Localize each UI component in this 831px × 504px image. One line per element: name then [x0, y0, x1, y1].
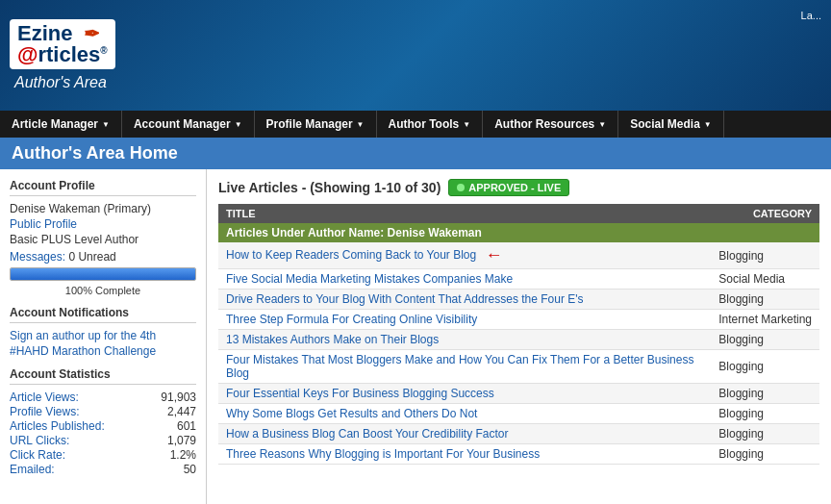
- progress-bar-fill: [11, 268, 195, 280]
- article-title-link[interactable]: Four Essential Keys For Business Bloggin…: [226, 387, 494, 400]
- article-title-cell: How to Keep Readers Coming Back to Your …: [218, 242, 711, 269]
- nav-account-manager[interactable]: Account Manager ▼: [122, 111, 255, 138]
- author-name-cell: Articles Under Author Name: Denise Wakem…: [218, 223, 819, 242]
- table-row: How to Keep Readers Coming Back to Your …: [218, 242, 819, 269]
- page-header: Ezine ✒ @rticles® Author's Area La...: [0, 0, 831, 111]
- notifications-section: Account Notifications Sign an author up …: [10, 306, 196, 358]
- notification-link-2[interactable]: #HAHD Marathon Challenge: [10, 344, 196, 358]
- author-name: Denise Wakeman (Primary): [10, 202, 196, 215]
- article-title-cell: How a Business Blog Can Boost Your Credi…: [218, 424, 711, 444]
- table-row: Drive Readers to Your Blog With Content …: [218, 290, 819, 310]
- logo-box: Ezine ✒ @rticles®: [10, 19, 115, 69]
- article-title-cell: Drive Readers to Your Blog With Content …: [218, 290, 711, 310]
- article-views-value: 91,903: [161, 391, 196, 404]
- account-profile-section: Account Profile Denise Wakeman (Primary)…: [10, 179, 196, 296]
- author-name-row: Articles Under Author Name: Denise Wakem…: [218, 223, 819, 242]
- statistics-title: Account Statistics: [10, 367, 196, 385]
- authors-area-label: Author's Area: [10, 74, 107, 91]
- articles-area: Live Articles - (Showing 1-10 of 30) APP…: [207, 169, 831, 504]
- page-title: Author's Area Home: [0, 138, 831, 169]
- sidebar: Account Profile Denise Wakeman (Primary)…: [0, 169, 207, 504]
- article-title-cell: Four Mistakes That Most Bloggers Make an…: [218, 350, 711, 384]
- table-row: 13 Mistakes Authors Make on Their Blogs …: [218, 330, 819, 350]
- red-arrow-icon: ←: [486, 245, 503, 265]
- article-title-link[interactable]: 13 Mistakes Authors Make on Their Blogs: [226, 333, 439, 346]
- chevron-down-icon: ▼: [357, 120, 365, 129]
- col-title: TITLE: [218, 204, 711, 223]
- article-category-cell: Blogging: [711, 444, 819, 465]
- article-category-cell: Blogging: [711, 384, 819, 404]
- articles-published-link[interactable]: Articles Published:: [10, 419, 105, 433]
- article-title-link[interactable]: Three Reasons Why Blogging is Important …: [226, 447, 540, 461]
- account-profile-title: Account Profile: [10, 179, 196, 196]
- stat-profile-views: Profile Views: 2,447: [10, 405, 196, 418]
- article-category-cell: Blogging: [711, 242, 819, 269]
- progress-label: 100% Complete: [10, 285, 196, 296]
- stat-articles-published: Articles Published: 601: [10, 419, 196, 433]
- click-rate-link[interactable]: Click Rate:: [10, 448, 65, 462]
- article-views-link[interactable]: Article Views:: [10, 391, 79, 404]
- nav-article-manager[interactable]: Article Manager ▼: [0, 111, 122, 138]
- article-title-cell: Three Reasons Why Blogging is Important …: [218, 444, 711, 465]
- click-rate-value: 1.2%: [170, 448, 196, 462]
- table-row: Five Social Media Marketing Mistakes Com…: [218, 269, 819, 290]
- chevron-down-icon: ▼: [704, 120, 712, 129]
- notification-link-1[interactable]: Sign an author up for the 4th: [10, 329, 196, 342]
- nav-bar: Article Manager ▼ Account Manager ▼ Prof…: [0, 111, 831, 138]
- article-title-link[interactable]: Drive Readers to Your Blog With Content …: [226, 292, 584, 306]
- table-row: Three Reasons Why Blogging is Important …: [218, 444, 819, 465]
- article-title-link[interactable]: How a Business Blog Can Boost Your Credi…: [226, 427, 508, 441]
- article-title-cell: 13 Mistakes Authors Make on Their Blogs: [218, 330, 711, 350]
- table-row: How a Business Blog Can Boost Your Credi…: [218, 424, 819, 444]
- chevron-down-icon: ▼: [598, 120, 606, 129]
- nav-profile-manager[interactable]: Profile Manager ▼: [255, 111, 377, 138]
- col-category: CATEGORY: [711, 204, 819, 223]
- emailed-value: 50: [184, 463, 196, 476]
- logo-text: Ezine ✒ @rticles®: [17, 23, 108, 65]
- chevron-down-icon: ▼: [102, 120, 110, 129]
- table-row: Four Essential Keys For Business Bloggin…: [218, 384, 819, 404]
- url-clicks-link[interactable]: URL Clicks:: [10, 434, 69, 447]
- article-title-link[interactable]: Why Some Blogs Get Results and Others Do…: [226, 407, 477, 420]
- article-title-cell: Three Step Formula For Creating Online V…: [218, 310, 711, 330]
- nav-social-media[interactable]: Social Media ▼: [618, 111, 724, 138]
- chevron-down-icon: ▼: [235, 120, 242, 129]
- table-row: Three Step Formula For Creating Online V…: [218, 310, 819, 330]
- article-category-cell: Blogging: [711, 424, 819, 444]
- article-title-link[interactable]: Three Step Formula For Creating Online V…: [226, 313, 477, 326]
- nav-author-resources[interactable]: Author Resources ▼: [483, 111, 618, 138]
- live-articles-title: Live Articles - (Showing 1-10 of 30): [218, 180, 441, 195]
- logo-container: Ezine ✒ @rticles® Author's Area: [10, 19, 115, 91]
- chevron-down-icon: ▼: [463, 120, 470, 129]
- author-level: Basic PLUS Level Author: [10, 233, 196, 246]
- article-title-link[interactable]: How to Keep Readers Coming Back to Your …: [226, 248, 480, 262]
- article-category-cell: Blogging: [711, 290, 819, 310]
- progress-bar-container: [10, 267, 196, 281]
- profile-views-value: 2,447: [167, 405, 196, 418]
- notifications-title: Account Notifications: [10, 306, 196, 323]
- logo-articles: @rticles®: [17, 44, 108, 65]
- approved-dot-icon: [457, 184, 465, 191]
- article-category-cell: Blogging: [711, 350, 819, 384]
- article-title-link[interactable]: Five Social Media Marketing Mistakes Com…: [226, 272, 513, 286]
- article-title-cell: Five Social Media Marketing Mistakes Com…: [218, 269, 711, 290]
- profile-views-link[interactable]: Profile Views:: [10, 405, 79, 418]
- stat-article-views: Article Views: 91,903: [10, 391, 196, 404]
- article-title-cell: Why Some Blogs Get Results and Others Do…: [218, 404, 711, 424]
- articles-table: TITLE CATEGORY Articles Under Author Nam…: [218, 204, 819, 465]
- article-title-link[interactable]: Four Mistakes That Most Bloggers Make an…: [226, 353, 693, 380]
- logo-ezine: Ezine ✒: [17, 23, 108, 44]
- article-category-cell: Social Media: [711, 269, 819, 290]
- public-profile-link[interactable]: Public Profile: [10, 217, 196, 231]
- url-clicks-value: 1,079: [167, 434, 196, 447]
- nav-author-tools[interactable]: Author Tools ▼: [377, 111, 484, 138]
- table-header-row: TITLE CATEGORY: [218, 204, 819, 223]
- article-category-cell: Blogging: [711, 330, 819, 350]
- live-articles-header: Live Articles - (Showing 1-10 of 30) APP…: [218, 179, 819, 196]
- articles-published-value: 601: [177, 419, 196, 433]
- pen-icon: ✒: [84, 23, 100, 44]
- table-row: Why Some Blogs Get Results and Others Do…: [218, 404, 819, 424]
- statistics-section: Account Statistics Article Views: 91,903…: [10, 367, 196, 476]
- messages-link[interactable]: Messages:: [10, 250, 68, 264]
- emailed-link[interactable]: Emailed:: [10, 463, 55, 476]
